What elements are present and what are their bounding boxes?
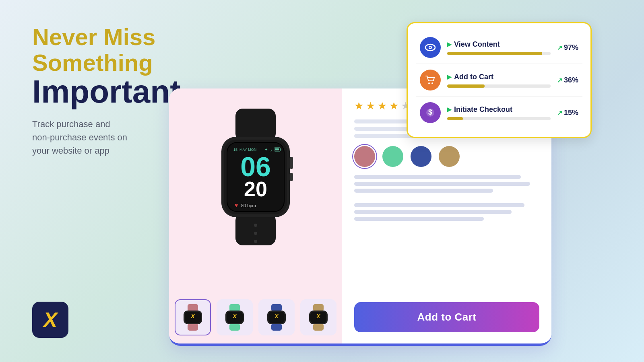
svg-text:20: 20 — [244, 177, 267, 201]
swatch-tan[interactable] — [439, 146, 460, 167]
svg-text:80 bpm: 80 bpm — [241, 203, 256, 208]
chevron-right-icon2: ▶ — [447, 74, 452, 80]
swatch-green[interactable] — [382, 146, 403, 167]
star-3: ★ — [378, 100, 387, 112]
add-to-cart-icon — [420, 70, 441, 90]
metric-view-content-bar-fill — [447, 52, 542, 55]
svg-rect-21 — [281, 149, 281, 150]
smartwatch-image: 15. MAY MON ✦ ◡ 06 20 ♥ 80 bpm — [199, 105, 312, 249]
metric-view-content-bar — [447, 52, 551, 55]
thumbnail-blue[interactable]: X — [258, 299, 295, 335]
swatch-blue[interactable] — [411, 146, 431, 167]
spacer — [354, 195, 539, 200]
more-line-6 — [354, 217, 484, 221]
metric-initiate-checkout-content: ▶ Initiate Checkout — [447, 105, 551, 120]
metric-initiate-checkout-label: ▶ Initiate Checkout — [447, 105, 551, 114]
metric-row-add-to-cart: ▶ Add to Cart ↗ 36% — [416, 64, 582, 97]
metric-view-content-label: ▶ View Content — [447, 40, 551, 49]
more-line-2 — [354, 182, 530, 186]
product-image-section: 15. MAY MON ✦ ◡ 06 20 ♥ 80 bpm — [169, 88, 342, 343]
chevron-right-icon3: ▶ — [447, 106, 452, 113]
svg-text:♥: ♥ — [235, 202, 238, 208]
svg-rect-43 — [313, 304, 324, 311]
more-line-5 — [354, 210, 512, 214]
svg-text:X: X — [232, 313, 237, 319]
metric-add-to-cart-content: ▶ Add to Cart — [447, 73, 551, 88]
product-main-image: 15. MAY MON ✦ ◡ 06 20 ♥ 80 bpm — [187, 101, 324, 253]
star-4: ★ — [389, 100, 398, 112]
svg-rect-28 — [188, 304, 198, 311]
svg-rect-29 — [188, 323, 198, 331]
metric-view-content-pct: ↗ 97% — [557, 43, 578, 52]
more-description-lines — [354, 175, 539, 221]
svg-rect-26 — [290, 157, 293, 169]
svg-text:X: X — [190, 313, 195, 319]
svg-rect-33 — [229, 304, 240, 311]
svg-rect-34 — [229, 323, 240, 331]
metric-add-to-cart-bar-fill — [447, 84, 485, 88]
metrics-card: ▶ View Content ↗ 97% ▶ Add to Cart — [407, 22, 592, 138]
metric-view-content-content: ▶ View Content — [447, 40, 551, 55]
metric-initiate-checkout-bar — [447, 117, 551, 120]
star-1: ★ — [354, 100, 363, 112]
thumbnail-rose[interactable]: X — [175, 299, 211, 335]
svg-rect-38 — [271, 304, 282, 311]
metric-add-to-cart-label: ▶ Add to Cart — [447, 73, 551, 81]
metric-initiate-checkout-bar-fill — [447, 117, 463, 120]
logo-x-letter: X — [43, 309, 58, 330]
svg-point-2 — [429, 47, 431, 48]
svg-point-4 — [431, 82, 433, 84]
svg-point-10 — [254, 240, 257, 243]
add-to-cart-button[interactable]: Add to Cart — [354, 302, 539, 332]
svg-text:$: $ — [428, 108, 432, 116]
svg-text:X: X — [274, 313, 279, 319]
swatch-rose[interactable] — [354, 146, 375, 167]
more-line-3 — [354, 189, 493, 193]
color-swatches — [354, 146, 539, 167]
svg-rect-27 — [290, 173, 293, 181]
metric-initiate-checkout-pct: ↗ 15% — [557, 109, 578, 117]
initiate-checkout-icon: $ — [420, 102, 441, 123]
chevron-right-icon: ▶ — [447, 41, 452, 47]
up-arrow-icon: ↗ — [557, 44, 562, 51]
metric-add-to-cart-pct: ↗ 36% — [557, 76, 578, 84]
svg-rect-7 — [235, 109, 276, 141]
product-thumbnails: X X X — [175, 299, 336, 335]
more-line-1 — [354, 175, 521, 179]
brand-logo[interactable]: X — [32, 302, 68, 338]
svg-rect-20 — [275, 148, 279, 150]
more-line-4 — [354, 203, 524, 207]
metric-add-to-cart-bar — [447, 84, 551, 88]
up-arrow-icon2: ↗ — [557, 76, 562, 84]
metric-row-view-content: ▶ View Content ↗ 97% — [416, 31, 582, 64]
headline-line1: Never Miss Something — [32, 24, 225, 76]
star-2: ★ — [366, 100, 375, 112]
thumbnail-green[interactable]: X — [217, 299, 253, 335]
up-arrow-icon3: ↗ — [557, 109, 562, 117]
svg-rect-44 — [313, 323, 324, 331]
svg-text:X: X — [316, 313, 321, 319]
view-content-icon — [420, 37, 441, 58]
svg-point-3 — [428, 82, 430, 84]
svg-rect-39 — [271, 323, 282, 331]
thumbnail-tan[interactable]: X — [300, 299, 336, 335]
metric-row-initiate-checkout: $ ▶ Initiate Checkout ↗ 15% — [416, 97, 582, 129]
svg-point-9 — [254, 232, 257, 235]
svg-point-11 — [254, 224, 257, 227]
